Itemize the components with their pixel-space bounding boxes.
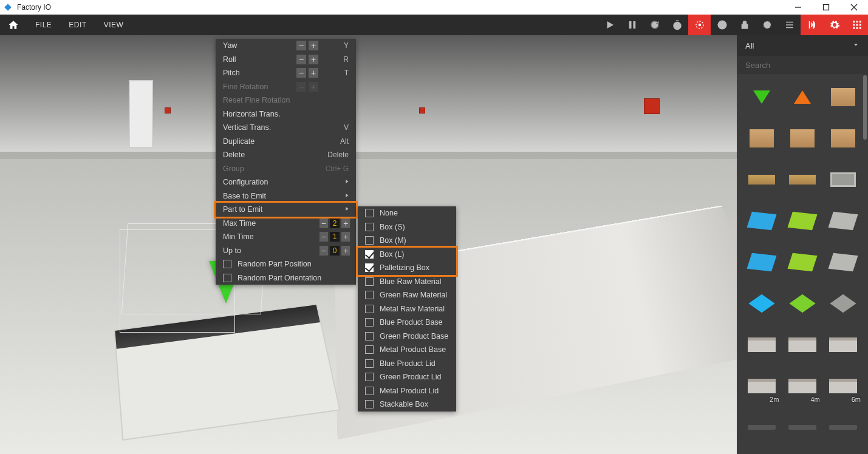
sensor-mode-icon[interactable] xyxy=(688,15,711,35)
step-minus-button[interactable]: − xyxy=(296,55,306,64)
palette-item-conveyor-a[interactable] xyxy=(743,328,780,362)
palette-item-box-s[interactable] xyxy=(825,80,862,114)
palette-item-blue-lid[interactable] xyxy=(743,286,780,320)
minimize-button[interactable] xyxy=(784,0,812,15)
palette-item-rail-3[interactable] xyxy=(825,410,862,444)
part-option-palletizing-box[interactable]: Palletizing Box xyxy=(358,261,456,275)
palette-item-blue-raw[interactable] xyxy=(743,204,780,238)
play-button[interactable] xyxy=(598,15,621,35)
lock-icon[interactable] xyxy=(733,15,756,35)
part-option-box-l-[interactable]: Box (L) xyxy=(358,248,456,262)
part-option-metal-product-lid[interactable]: Metal Product Lid xyxy=(358,384,456,398)
checkbox-icon[interactable] xyxy=(365,400,374,408)
step-minus-button[interactable]: − xyxy=(296,41,306,50)
palette-scrollbar[interactable] xyxy=(863,75,867,140)
palette-item-roller-2m[interactable]: 2m xyxy=(743,369,780,403)
step-minus-button[interactable]: − xyxy=(296,68,306,78)
checkbox-icon[interactable] xyxy=(365,305,374,313)
checkbox-icon[interactable] xyxy=(365,291,374,299)
checkbox-icon[interactable] xyxy=(365,318,374,327)
palette-item-metal-raw[interactable] xyxy=(825,204,862,238)
ctx-delete[interactable]: DeleteDelete xyxy=(216,148,356,162)
grid-icon[interactable] xyxy=(846,15,868,35)
palette-item-green-base[interactable] xyxy=(784,245,821,279)
palette-filter-dropdown[interactable]: All xyxy=(737,35,868,56)
step-plus-button[interactable]: + xyxy=(341,232,350,242)
step-plus-button[interactable]: + xyxy=(309,55,318,64)
menu-file[interactable]: FILE xyxy=(27,15,60,35)
ctx-part-to-emit[interactable]: Part to Emit xyxy=(216,203,356,217)
palette-item-emitter[interactable] xyxy=(743,80,780,114)
checkbox-icon[interactable] xyxy=(365,209,374,217)
ctx-configuration[interactable]: Configuration xyxy=(216,175,356,189)
palette-item-blue-base[interactable] xyxy=(743,245,780,279)
part-option-green-product-lid[interactable]: Green Product Lid xyxy=(358,370,456,384)
list-icon[interactable] xyxy=(778,15,801,35)
ctx-random-part-orientation[interactable]: Random Part Orientation xyxy=(216,271,356,285)
globe-icon[interactable] xyxy=(711,15,733,35)
ctx-vertical-trans-[interactable]: Vertical Trans.V xyxy=(216,121,356,135)
part-option-blue-raw-material[interactable]: Blue Raw Material xyxy=(358,275,456,289)
ctx-up-to[interactable]: Up to−0+ xyxy=(216,244,356,258)
target-icon[interactable] xyxy=(756,15,778,35)
checkbox-icon[interactable] xyxy=(365,387,374,395)
checkbox-icon[interactable] xyxy=(365,277,374,286)
checkbox-icon[interactable] xyxy=(365,345,374,354)
checkbox-icon[interactable] xyxy=(365,236,374,245)
palette-item-green-lid[interactable] xyxy=(784,286,821,320)
step-minus-button[interactable]: − xyxy=(320,232,328,242)
checkbox-icon[interactable] xyxy=(365,223,374,231)
ctx-pitch[interactable]: Pitch−+T xyxy=(216,66,356,80)
ctx-roll[interactable]: Roll−+R xyxy=(216,53,356,67)
checkbox-icon[interactable] xyxy=(223,260,231,268)
step-plus-button[interactable]: + xyxy=(341,219,350,228)
palette-item-green-raw[interactable] xyxy=(784,204,821,238)
checkbox-icon[interactable] xyxy=(365,373,374,381)
ctx-yaw[interactable]: Yaw−+Y xyxy=(216,39,356,53)
checkbox-icon[interactable] xyxy=(365,263,374,272)
signal-icon[interactable] xyxy=(801,15,823,35)
gear-icon[interactable] xyxy=(823,15,846,35)
stopwatch-icon[interactable] xyxy=(666,15,688,35)
ctx-horizontal-trans-[interactable]: Horizontal Trans. xyxy=(216,107,356,121)
checkbox-icon[interactable] xyxy=(223,274,231,282)
palette-item-conveyor-b[interactable] xyxy=(784,328,821,362)
palette-item-pallet-2[interactable] xyxy=(784,163,821,197)
part-option-blue-product-lid[interactable]: Blue Product Lid xyxy=(358,357,456,371)
palette-item-rail-1[interactable] xyxy=(743,410,780,444)
part-option-metal-raw-material[interactable]: Metal Raw Material xyxy=(358,302,456,316)
palette-search[interactable] xyxy=(737,56,868,74)
palette-item-roller-6m[interactable]: 6m xyxy=(825,369,862,403)
step-plus-button[interactable]: + xyxy=(309,68,318,78)
part-option-metal-product-base[interactable]: Metal Product Base xyxy=(358,343,456,357)
part-option-stackable-box[interactable]: Stackable Box xyxy=(358,398,456,412)
part-option-blue-product-base[interactable]: Blue Product Base xyxy=(358,316,456,330)
part-option-box-m-[interactable]: Box (M) xyxy=(358,234,456,248)
palette-item-rail-2[interactable] xyxy=(784,410,821,444)
palette-item-metal-base[interactable] xyxy=(825,245,862,279)
part-option-none[interactable]: None xyxy=(358,206,456,220)
palette-item-pallet-1[interactable] xyxy=(743,163,780,197)
ctx-min-time[interactable]: Min Time−1+ xyxy=(216,230,356,244)
ctx-max-time[interactable]: Max Time−2+ xyxy=(216,217,356,231)
menu-edit[interactable]: EDIT xyxy=(60,15,95,35)
reset-button[interactable] xyxy=(643,15,666,35)
maximize-button[interactable] xyxy=(812,0,840,15)
part-option-green-product-base[interactable]: Green Product Base xyxy=(358,330,456,344)
checkbox-icon[interactable] xyxy=(365,359,374,368)
menu-view[interactable]: VIEW xyxy=(95,15,132,35)
step-plus-button[interactable]: + xyxy=(341,246,350,256)
ctx-random-part-position[interactable]: Random Part Position xyxy=(216,257,356,271)
palette-item-palletizing-box[interactable] xyxy=(825,121,862,155)
palette-item-conveyor-c[interactable] xyxy=(825,328,862,362)
palette-item-crate[interactable] xyxy=(825,163,862,197)
step-minus-button[interactable]: − xyxy=(320,246,328,256)
step-minus-button[interactable]: − xyxy=(320,219,328,228)
home-button[interactable] xyxy=(0,15,27,35)
ctx-base-to-emit[interactable]: Base to Emit xyxy=(216,189,356,203)
pause-button[interactable] xyxy=(621,15,643,35)
checkbox-icon[interactable] xyxy=(365,250,374,259)
palette-item-box-l[interactable] xyxy=(784,121,821,155)
palette-item-metal-lid[interactable] xyxy=(825,286,862,320)
part-option-green-raw-material[interactable]: Green Raw Material xyxy=(358,288,456,302)
